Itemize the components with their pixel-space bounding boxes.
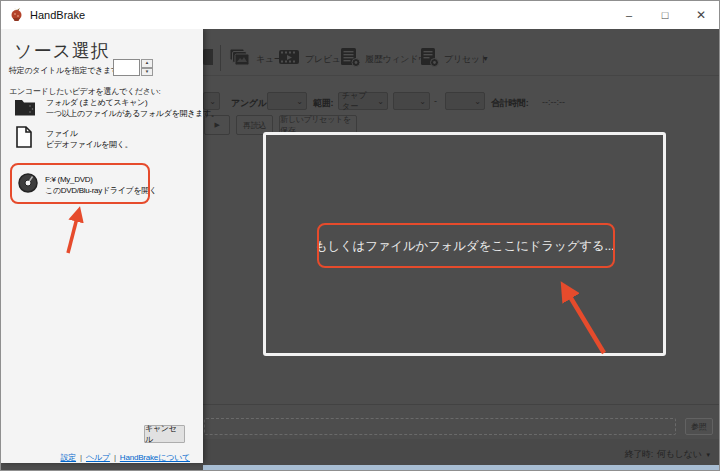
source-option-file[interactable]: ファイル ビデオファイルを開く。	[46, 128, 132, 150]
panel-title: ソース選択	[14, 39, 110, 63]
annotation-highlight-dvd	[10, 163, 150, 204]
range-label: 範囲:	[313, 97, 333, 110]
open-source-icon-partial	[203, 49, 213, 65]
help-link[interactable]: ヘルプ	[86, 452, 110, 463]
folder-option-label: フォルダ (まとめてスキャン)	[46, 97, 219, 108]
chapter-start-select[interactable]: ⌄	[393, 92, 430, 110]
chevron-down-icon: ⌄	[419, 97, 426, 106]
file-option-desc: ビデオファイルを開く。	[46, 139, 132, 150]
chevron-down-icon: ⌄	[474, 97, 481, 106]
queue-icon	[228, 47, 250, 67]
window-bottom-edge-left	[1, 463, 203, 471]
chevron-down-icon: ⌄	[296, 97, 303, 106]
about-link[interactable]: HandBrakeについて	[120, 452, 190, 463]
presets-icon	[418, 47, 440, 67]
minimize-icon: –	[626, 9, 632, 21]
presets-caret-icon[interactable]: ▼	[482, 55, 489, 62]
play-right-icon: ▶	[214, 121, 219, 129]
angle-label: アングル:	[231, 97, 269, 110]
title-number-label: 特定のタイトルを指定できます:	[9, 65, 121, 76]
minimize-button[interactable]: –	[611, 1, 647, 29]
titlebar: HandBrake – □ ✕	[1, 1, 719, 29]
maximize-icon: □	[662, 9, 669, 21]
when-done-dropdown[interactable]: 終了時: 何もしない ▼	[625, 448, 711, 461]
spin-down-button[interactable]: ▼	[141, 68, 153, 77]
caret-down-icon: ▼	[705, 452, 711, 458]
spin-up-icon: ▲	[145, 61, 149, 66]
file-option-label: ファイル	[46, 128, 132, 139]
title-number-input[interactable]	[113, 59, 140, 76]
handbrake-window: HandBrake – □ ✕ キュー プレビュー 履歴ウィンドウ	[0, 0, 720, 471]
window-title: HandBrake	[30, 1, 85, 29]
footer-links: 設定 | ヘルプ | HandBrakeについて	[60, 452, 190, 463]
handbrake-logo-icon	[9, 7, 24, 22]
spin-up-button[interactable]: ▲	[141, 59, 153, 68]
total-duration-value: --:--:--	[542, 97, 565, 107]
browse-button[interactable]: 参照	[685, 418, 713, 435]
link-separator: |	[80, 453, 82, 462]
when-done-label: 終了時:	[625, 448, 653, 461]
chapter-end-select[interactable]: ⌄	[445, 92, 485, 110]
annotation-highlight-dropzone	[317, 223, 615, 268]
chevron-down-icon: ⌄	[377, 97, 384, 106]
content-divider	[203, 404, 719, 405]
toolbar-divider	[203, 75, 719, 76]
maximize-button[interactable]: □	[647, 1, 683, 29]
source-option-folder[interactable]: フォルダ (まとめてスキャン) 一つ以上のファイルがあるフォルダを開きます。	[46, 97, 219, 119]
range-mode-value: チャプター	[342, 90, 374, 112]
range-mode-select[interactable]: チャプター⌄	[338, 92, 388, 110]
toolbar-separator	[220, 45, 221, 71]
window-controls: – □ ✕	[611, 1, 719, 29]
spin-down-icon: ▼	[145, 70, 149, 75]
close-button[interactable]: ✕	[683, 1, 719, 29]
window-bottom-edge-right	[203, 465, 719, 471]
preview-icon	[278, 47, 300, 67]
folder-icon	[14, 96, 36, 118]
file-icon	[15, 126, 33, 148]
when-done-value: 何もしない	[657, 448, 701, 461]
activity-log-icon	[339, 47, 361, 67]
cancel-button[interactable]: キャンセル	[144, 425, 185, 443]
source-selection-panel: ソース選択 特定のタイトルを指定できます: ▲ ▼ エンコードしたいビデオを選ん…	[1, 29, 203, 463]
destination-field[interactable]	[204, 418, 676, 435]
folder-option-desc: 一つ以上のファイルがあるフォルダを開きます。	[46, 108, 219, 119]
total-duration-label: 合計時間:	[491, 97, 529, 110]
range-separator: -	[434, 96, 437, 106]
title-number-stepper: ▲ ▼	[141, 59, 153, 76]
settings-link[interactable]: 設定	[60, 452, 76, 463]
angle-select[interactable]: ⌄	[267, 92, 307, 110]
close-icon: ✕	[696, 8, 706, 22]
link-separator: |	[114, 453, 116, 462]
